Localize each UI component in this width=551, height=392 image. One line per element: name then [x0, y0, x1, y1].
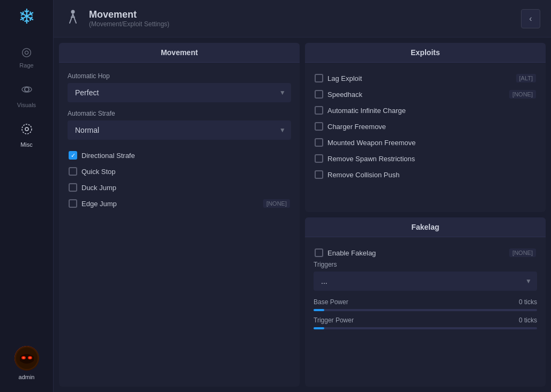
misc-icon [21, 123, 33, 138]
enable-fakelag-checkbox[interactable] [315, 248, 323, 257]
back-button[interactable]: ‹ [521, 9, 540, 28]
directional-strafe-item: ✓ Directional Strafe [68, 147, 291, 163]
edge-jump-left: Edge Jump [69, 199, 117, 208]
edge-jump-key-badge[interactable]: [NONE] [263, 199, 290, 208]
duck-jump-label: Duck Jump [81, 184, 116, 192]
edge-jump-checkbox[interactable] [69, 199, 77, 208]
base-power-track[interactable] [314, 309, 537, 311]
duck-jump-item: Duck Jump [68, 179, 291, 195]
header-movement-icon [64, 8, 81, 29]
sidebar-item-label-visuals: Visuals [17, 102, 36, 108]
exploit-row-infinite-charge: Automatic Infinite Charge [314, 102, 537, 118]
visuals-icon [21, 84, 33, 99]
svg-point-8 [23, 357, 25, 359]
triggers-label: Triggers [314, 261, 537, 268]
exploit-row-speedhack: Speedhack [NONE] [314, 86, 537, 102]
enable-fakelag-row: Enable Fakelag [NONE] [314, 245, 537, 261]
svg-point-10 [71, 10, 75, 14]
exploit-row-charger-freemove: Charger Freemove [314, 118, 537, 134]
infinite-charge-checkbox[interactable] [315, 106, 323, 115]
trigger-power-fill [314, 327, 324, 329]
lag-exploit-key[interactable]: [ALT] [516, 74, 536, 82]
auto-hop-dropdown-wrapper: Perfect Normal Disabled ▼ [68, 83, 291, 102]
mounted-weapon-checkbox[interactable] [315, 138, 323, 147]
sidebar-item-label-rage: Rage [19, 62, 33, 69]
fakelag-panel: Fakelag Enable Fakelag [NONE] Triggers .… [305, 217, 546, 387]
sidebar-item-rage[interactable]: ◎ Rage [0, 37, 53, 76]
header-title: Movement [89, 9, 169, 20]
right-column: Exploits Lag Exploit [ALT] Speedhack [NO… [305, 43, 546, 387]
triggers-dropdown[interactable]: ... [314, 272, 537, 291]
lag-exploit-checkbox[interactable] [315, 74, 323, 82]
duck-jump-checkbox[interactable] [69, 183, 77, 192]
speedhack-key[interactable]: [NONE] [509, 90, 536, 99]
collision-push-label: Remove Collision Push [327, 171, 399, 179]
exploit-row-lag: Lag Exploit [ALT] [314, 70, 537, 86]
movement-panel-title: Movement [59, 43, 300, 63]
enable-fakelag-label: Enable Fakelag [327, 249, 376, 257]
exploits-panel-title: Exploits [305, 43, 546, 63]
edge-jump-item: Edge Jump [NONE] [68, 195, 291, 212]
charger-freemove-checkbox[interactable] [315, 122, 323, 131]
speedhack-label: Speedhack [327, 91, 362, 99]
base-power-value: 0 ticks [519, 298, 537, 306]
exploits-panel-body: Lag Exploit [ALT] Speedhack [NONE] Autom… [305, 63, 546, 190]
mounted-weapon-label: Mounted Weapon Freemove [327, 139, 416, 147]
exploit-row-spawn-restrictions: Remove Spawn Restrictions [314, 150, 537, 167]
header: Movement (Movement/Exploit Settings) ‹ [54, 0, 551, 37]
collision-push-checkbox[interactable] [315, 170, 323, 179]
edge-jump-label: Edge Jump [81, 200, 117, 208]
back-icon: ‹ [529, 14, 532, 24]
fakelag-panel-title: Fakelag [305, 217, 546, 237]
header-subtitle: (Movement/Exploit Settings) [89, 20, 169, 28]
exploit-row-mounted-weapon: Mounted Weapon Freemove [314, 134, 537, 150]
main-content: Movement (Movement/Exploit Settings) ‹ M… [54, 0, 551, 392]
admin-label: admin [19, 374, 35, 380]
avatar-image [14, 346, 39, 371]
content-area: Movement Automatic Hop Perfect Normal Di… [54, 37, 551, 392]
infinite-charge-label: Automatic Infinite Charge [327, 107, 406, 115]
exploits-panel: Exploits Lag Exploit [ALT] Speedhack [NO… [305, 43, 546, 212]
directional-strafe-label: Directional Strafe [81, 152, 135, 160]
trigger-power-value: 0 ticks [519, 316, 537, 324]
sidebar-item-misc[interactable]: Misc [0, 116, 53, 155]
movement-panel: Movement Automatic Hop Perfect Normal Di… [59, 43, 300, 387]
spawn-restrictions-checkbox[interactable] [315, 154, 323, 163]
svg-point-3 [22, 124, 32, 134]
sidebar-item-visuals[interactable]: Visuals [0, 76, 53, 116]
triggers-dropdown-wrapper: ... ▼ [314, 272, 537, 291]
trigger-power-track[interactable] [314, 327, 537, 329]
trigger-power-label: Trigger Power [314, 316, 354, 324]
trigger-power-header: Trigger Power 0 ticks [314, 316, 537, 324]
sidebar: ❄ ◎ Rage Visuals Misc [0, 0, 54, 392]
svg-point-0 [25, 87, 29, 92]
auto-strafe-label: Automatic Strafe [68, 110, 291, 117]
svg-point-9 [29, 357, 31, 359]
trigger-power-row: Trigger Power 0 ticks [314, 316, 537, 329]
enable-fakelag-key[interactable]: [NONE] [509, 248, 536, 257]
header-text-block: Movement (Movement/Exploit Settings) [89, 9, 169, 28]
avatar [14, 346, 39, 371]
base-power-label: Base Power [314, 298, 348, 306]
exploit-row-collision-push: Remove Collision Push [314, 167, 537, 183]
fakelag-panel-body: Enable Fakelag [NONE] Triggers ... ▼ Bas… [305, 237, 546, 337]
base-power-header: Base Power 0 ticks [314, 298, 537, 306]
base-power-row: Base Power 0 ticks [314, 298, 537, 311]
movement-panel-body: Automatic Hop Perfect Normal Disabled ▼ … [59, 63, 300, 219]
svg-point-2 [25, 127, 28, 131]
auto-hop-label: Automatic Hop [68, 72, 291, 80]
auto-strafe-dropdown-wrapper: Normal Disabled Silent ▼ [68, 120, 291, 140]
app-logo: ❄ [18, 6, 35, 27]
charger-freemove-label: Charger Freemove [327, 123, 386, 131]
spawn-restrictions-label: Remove Spawn Restrictions [327, 155, 415, 163]
quick-stop-label: Quick Stop [81, 168, 116, 176]
auto-strafe-dropdown[interactable]: Normal Disabled Silent [68, 120, 291, 140]
lag-exploit-label: Lag Exploit [327, 74, 362, 82]
base-power-fill [314, 309, 324, 311]
directional-strafe-checkbox[interactable]: ✓ [69, 151, 77, 160]
auto-hop-dropdown[interactable]: Perfect Normal Disabled [68, 83, 291, 102]
speedhack-checkbox[interactable] [315, 90, 323, 99]
quick-stop-item: Quick Stop [68, 163, 291, 179]
quick-stop-checkbox[interactable] [69, 167, 77, 176]
sidebar-bottom: admin [14, 346, 39, 386]
